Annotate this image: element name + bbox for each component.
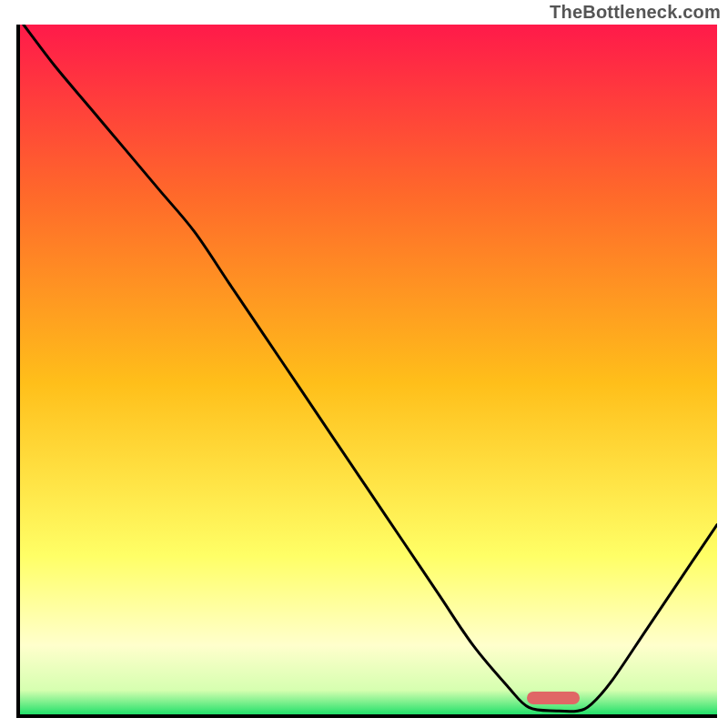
optimal-range-marker xyxy=(527,692,580,704)
x-axis xyxy=(16,714,717,718)
plot-area xyxy=(16,25,717,718)
bottleneck-curve-svg xyxy=(16,25,717,718)
watermark-text: TheBottleneck.com xyxy=(550,2,721,23)
chart-container: TheBottleneck.com xyxy=(0,0,728,728)
y-axis xyxy=(16,25,20,718)
bottleneck-curve xyxy=(24,25,717,712)
